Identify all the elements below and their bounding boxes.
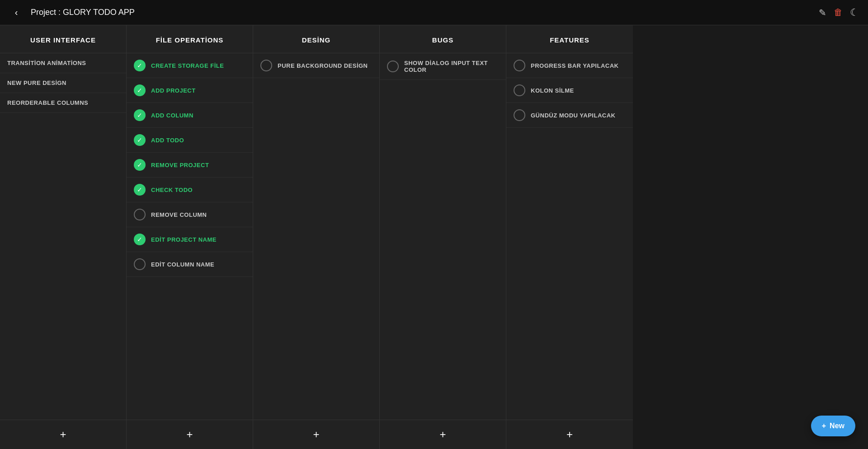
- page-title: Project : GLORY TODO APP: [31, 8, 819, 17]
- sidebar-item-transition-animations[interactable]: TRANSİTİON ANİMATİONS: [0, 53, 126, 73]
- todo-label-create-storage-file: CREATE STORAGE FİLE: [151, 62, 224, 69]
- add-item-button-file-operations[interactable]: +: [183, 427, 197, 442]
- column-items-file-operations: ✓CREATE STORAGE FİLE✓ADD PROJECT✓ADD COL…: [127, 53, 253, 420]
- todo-label-add-project: ADD PROJECT: [151, 87, 196, 94]
- todo-label-progress-bar-yapilacak: PROGRESS BAR YAPILACAK: [531, 62, 618, 69]
- check-icon-check-todo: ✓: [134, 184, 146, 196]
- back-button[interactable]: ‹: [9, 5, 24, 20]
- check-icon-gunduz-modu-yapilacak: [514, 109, 525, 121]
- column-items-user-interface: TRANSİTİON ANİMATİONSNEW PURE DESİGNREOR…: [0, 53, 126, 420]
- check-icon-create-storage-file: ✓: [134, 60, 146, 71]
- check-icon-remove-column: [134, 209, 146, 220]
- column-footer-user-interface: +: [0, 420, 126, 449]
- column-header-user-interface: USER INTERFACE: [0, 25, 126, 53]
- check-icon-remove-project: ✓: [134, 159, 146, 171]
- column-items-features: PROGRESS BAR YAPILACAKKOLON SİLMEGÜNDÜZ …: [506, 53, 633, 420]
- todo-item-kolon-silme[interactable]: KOLON SİLME: [506, 78, 633, 103]
- todo-item-add-column[interactable]: ✓ADD COLUMN: [127, 103, 253, 128]
- check-icon-add-project: ✓: [134, 84, 146, 96]
- column-footer-file-operations: +: [127, 420, 253, 449]
- todo-item-create-storage-file[interactable]: ✓CREATE STORAGE FİLE: [127, 53, 253, 78]
- column-file-operations: FİLE OPERATİONS✓CREATE STORAGE FİLE✓ADD …: [127, 25, 253, 449]
- todo-label-check-todo: CHECK TODO: [151, 187, 193, 193]
- add-item-button-features[interactable]: +: [562, 427, 577, 442]
- back-icon: ‹: [15, 7, 18, 18]
- todo-label-remove-column: REMOVE COLUMN: [151, 211, 207, 218]
- add-item-button-desing[interactable]: +: [309, 427, 324, 442]
- todo-item-add-todo[interactable]: ✓ADD TODO: [127, 128, 253, 153]
- column-features: FEATURESPROGRESS BAR YAPILACAKKOLON SİLM…: [506, 25, 633, 449]
- column-header-file-operations: FİLE OPERATİONS: [127, 25, 253, 53]
- check-icon-show-dialog-input-text-color: [387, 61, 399, 72]
- todo-item-progress-bar-yapilacak[interactable]: PROGRESS BAR YAPILACAK: [506, 53, 633, 78]
- todo-item-remove-project[interactable]: ✓REMOVE PROJECT: [127, 153, 253, 178]
- fab-plus-icon: +: [822, 422, 826, 430]
- todo-label-pure-background-design: PURE BACKGROUND DESİGN: [278, 62, 368, 69]
- main-content: USER INTERFACETRANSİTİON ANİMATİONSNEW P…: [0, 25, 868, 449]
- todo-item-gunduz-modu-yapilacak[interactable]: GÜNDÜZ MODU YAPILACAK: [506, 103, 633, 128]
- sidebar-item-reorderable-columns[interactable]: REORDERABLE COLUMNS: [0, 93, 126, 113]
- add-item-button-user-interface[interactable]: +: [56, 427, 71, 442]
- sidebar-item-new-pure-design[interactable]: NEW PURE DESİGN: [0, 73, 126, 93]
- todo-label-gunduz-modu-yapilacak: GÜNDÜZ MODU YAPILACAK: [531, 112, 615, 119]
- column-footer-bugs: +: [380, 420, 506, 449]
- app-header: ‹ Project : GLORY TODO APP ✎ 🗑 ☾: [0, 0, 868, 25]
- add-item-button-bugs[interactable]: +: [436, 427, 450, 442]
- column-bugs: BUGSSHOW DİALOG INPUT TEXT COLOR+: [380, 25, 506, 449]
- check-icon-edit-project-name: ✓: [134, 234, 146, 245]
- column-footer-features: +: [506, 420, 633, 449]
- todo-item-edit-column-name[interactable]: EDİT COLUMN NAME: [127, 252, 253, 277]
- column-header-bugs: BUGS: [380, 25, 506, 53]
- column-user-interface: USER INTERFACETRANSİTİON ANİMATİONSNEW P…: [0, 25, 127, 449]
- column-desing: DESİNGPURE BACKGROUND DESİGN+: [253, 25, 380, 449]
- todo-label-edit-project-name: EDİT PROJECT NAME: [151, 236, 217, 243]
- todo-item-check-todo[interactable]: ✓CHECK TODO: [127, 178, 253, 202]
- check-icon-add-todo: ✓: [134, 134, 146, 146]
- todo-label-kolon-silme: KOLON SİLME: [531, 87, 574, 94]
- new-button[interactable]: + New: [811, 416, 855, 436]
- header-actions: ✎ 🗑 ☾: [819, 7, 859, 19]
- column-header-desing: DESİNG: [253, 25, 379, 53]
- todo-item-remove-column[interactable]: REMOVE COLUMN: [127, 202, 253, 227]
- moon-icon[interactable]: ☾: [850, 7, 859, 19]
- column-items-bugs: SHOW DİALOG INPUT TEXT COLOR: [380, 53, 506, 420]
- todo-label-edit-column-name: EDİT COLUMN NAME: [151, 261, 214, 268]
- check-icon-add-column: ✓: [134, 109, 146, 121]
- todo-label-show-dialog-input-text-color: SHOW DİALOG INPUT TEXT COLOR: [404, 60, 499, 73]
- column-footer-desing: +: [253, 420, 379, 449]
- todo-item-show-dialog-input-text-color[interactable]: SHOW DİALOG INPUT TEXT COLOR: [380, 53, 506, 80]
- check-icon-progress-bar-yapilacak: [514, 60, 525, 71]
- todo-item-edit-project-name[interactable]: ✓EDİT PROJECT NAME: [127, 227, 253, 252]
- todo-label-add-column: ADD COLUMN: [151, 112, 193, 119]
- todo-label-add-todo: ADD TODO: [151, 137, 184, 144]
- todo-label-remove-project: REMOVE PROJECT: [151, 162, 209, 168]
- check-icon-pure-background-design: [260, 60, 272, 71]
- column-items-desing: PURE BACKGROUND DESİGN: [253, 53, 379, 420]
- check-icon-kolon-silme: [514, 84, 525, 96]
- todo-item-add-project[interactable]: ✓ADD PROJECT: [127, 78, 253, 103]
- column-header-features: FEATURES: [506, 25, 633, 53]
- todo-item-pure-background-design[interactable]: PURE BACKGROUND DESİGN: [253, 53, 379, 78]
- fab-label: New: [830, 422, 844, 430]
- check-icon-edit-column-name: [134, 258, 146, 270]
- edit-icon[interactable]: ✎: [819, 7, 826, 18]
- delete-icon[interactable]: 🗑: [834, 7, 843, 18]
